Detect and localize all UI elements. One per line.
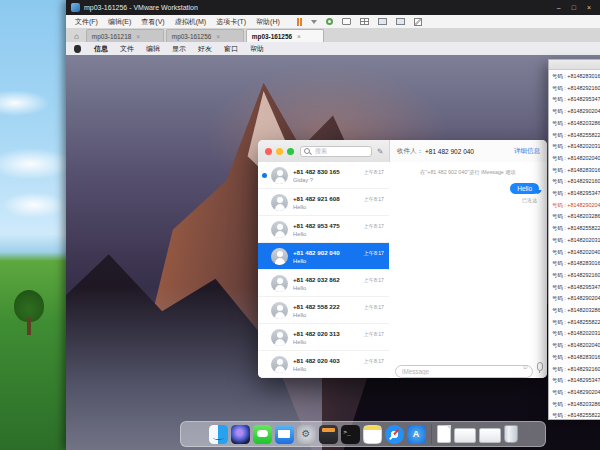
conversation-row[interactable]: +81 482 830 165 上午8:17 Giday ? xyxy=(258,162,389,189)
dock-trash-icon[interactable] xyxy=(504,425,518,443)
log-row: 号码 : +81482830165 xyxy=(552,258,600,270)
conversation-preview: Hello xyxy=(293,312,386,318)
messages-toolbar: ✎ 收件人： +81 482 902 040 详细信息 xyxy=(258,140,547,163)
window-title: mp03-161256 - VMware Workstation xyxy=(84,4,198,11)
to-value[interactable]: +81 482 902 040 xyxy=(425,148,474,155)
messages-window: ✎ 收件人： +81 482 902 040 详细信息 xyxy=(258,140,547,378)
to-field-row: 收件人： +81 482 902 040 详细信息 xyxy=(389,140,547,162)
messages-toolbar-left: ✎ xyxy=(258,140,389,162)
message-input-row: ☺ xyxy=(395,360,543,373)
pause-button[interactable] xyxy=(297,18,302,26)
log-row: 号码 : +81482558222 xyxy=(552,130,600,142)
log-window-titlebar[interactable] xyxy=(549,60,600,70)
conversation-row[interactable]: +81 482 032 862 上午8:17 Hello xyxy=(258,270,389,297)
menu-item[interactable]: 编辑(E) xyxy=(103,17,136,27)
conversation-time: 上午8:17 xyxy=(364,331,386,338)
power-button[interactable] xyxy=(326,18,333,25)
snapshot-manager-button[interactable] xyxy=(360,18,369,25)
log-row: 号码 : +81482830165 xyxy=(552,352,600,364)
macos-menu-item[interactable]: 编辑 xyxy=(140,44,166,54)
menu-item[interactable]: 选项卡(T) xyxy=(211,17,251,27)
dock-mail-icon[interactable] xyxy=(275,425,294,444)
sent-message-bubble: Hello xyxy=(510,183,539,194)
conversation-time: 上午8:17 xyxy=(364,169,386,176)
dock-notes-icon[interactable] xyxy=(363,425,382,444)
apple-menu-icon[interactable] xyxy=(74,45,81,53)
macos-menu-item[interactable]: 帮助 xyxy=(244,44,270,54)
cloud xyxy=(2,192,66,218)
search-box[interactable] xyxy=(300,146,372,157)
console-view-button[interactable] xyxy=(378,18,387,25)
dock-safari-icon[interactable] xyxy=(385,425,404,444)
macos-menu-item[interactable]: 文件 xyxy=(114,44,140,54)
conversation-row[interactable]: +81 482 953 475 上午8:17 Hello xyxy=(258,216,389,243)
tab-close-icon[interactable]: × xyxy=(297,33,301,40)
emoji-picker-icon[interactable]: ☺ xyxy=(522,363,529,371)
vm-tab[interactable]: mp03-161256 × xyxy=(166,29,244,42)
dictation-mic-icon[interactable] xyxy=(537,362,543,371)
unread-dot xyxy=(262,173,267,178)
avatar xyxy=(271,329,288,346)
log-row: 号码 : +81482921608 xyxy=(552,83,600,95)
conversation-preview: Hello xyxy=(293,339,386,345)
message-input[interactable] xyxy=(395,365,533,378)
avatar xyxy=(271,221,288,238)
conversation-row[interactable]: +81 482 921 608 上午8:17 Hello xyxy=(258,189,389,216)
maximize-button[interactable]: □ xyxy=(572,0,576,15)
conversation-row[interactable]: +81 482 020 313 上午8:17 Hello xyxy=(258,324,389,351)
compose-button[interactable]: ✎ xyxy=(377,147,383,156)
conversation-time: 上午8:17 xyxy=(364,250,386,257)
conversation-number: +81 482 953 475 xyxy=(293,222,340,229)
home-tab-icon[interactable]: ⌂ xyxy=(69,32,84,42)
dock-minimized-window-icon[interactable] xyxy=(454,428,476,443)
macos-menubar: 信息文件编辑显示好友窗口帮助 xyxy=(66,42,600,55)
log-row: 号码 : +81482902040 xyxy=(552,200,600,212)
dock-messages-icon[interactable] xyxy=(253,425,272,444)
vmware-titlebar[interactable]: mp03-161256 - VMware Workstation –□× xyxy=(66,0,600,15)
dock-calculator-icon[interactable] xyxy=(319,425,338,444)
dock-minimized-window-icon-2[interactable] xyxy=(479,428,501,443)
menu-item[interactable]: 帮助(H) xyxy=(251,17,285,27)
macos-menu-item[interactable]: 好友 xyxy=(192,44,218,54)
macos-menu-item[interactable]: 显示 xyxy=(166,44,192,54)
menu-item[interactable]: 虚拟机(M) xyxy=(170,17,212,27)
fullscreen-button[interactable] xyxy=(414,18,422,26)
conversation-time: 上午8:17 xyxy=(364,358,386,365)
avatar xyxy=(271,248,288,265)
minimize-window-button[interactable] xyxy=(276,148,283,155)
conversation-number: +81 482 921 608 xyxy=(293,195,340,202)
pause-menu-caret[interactable] xyxy=(311,20,317,24)
conversation-row[interactable]: +81 482 558 222 上午8:17 Hello xyxy=(258,297,389,324)
log-row: 号码 : +81482020313 xyxy=(552,328,600,340)
dock-document-icon[interactable] xyxy=(437,425,451,443)
macos-menu-item[interactable]: 信息 xyxy=(88,44,114,54)
dock-terminal-icon[interactable] xyxy=(341,425,360,444)
vm-tab[interactable]: mp03-161256 × xyxy=(246,29,324,42)
zoom-window-button[interactable] xyxy=(287,148,294,155)
menu-item[interactable]: 文件(F) xyxy=(70,17,103,27)
macos-menu-item[interactable]: 窗口 xyxy=(218,44,244,54)
avatar xyxy=(271,356,288,373)
dock-appstore-icon[interactable] xyxy=(407,425,426,444)
dock-settings-icon[interactable] xyxy=(297,425,316,444)
vmware-logo-icon xyxy=(71,3,80,12)
conversation-number: +81 482 020 313 xyxy=(293,330,340,337)
close-button[interactable]: × xyxy=(587,0,591,15)
close-window-button[interactable] xyxy=(265,148,272,155)
tab-close-icon[interactable]: × xyxy=(136,33,140,40)
conversation-preview: Hello xyxy=(293,231,386,237)
conversation-row[interactable]: +81 482 020 403 上午8:17 Hello xyxy=(258,351,389,378)
search-input[interactable] xyxy=(313,147,368,155)
unity-view-button[interactable] xyxy=(396,18,405,25)
snapshot-button[interactable] xyxy=(342,18,351,25)
menu-item[interactable]: 查看(V) xyxy=(136,17,169,27)
tab-close-icon[interactable]: × xyxy=(216,33,220,40)
minimize-button[interactable]: – xyxy=(557,0,561,15)
dock-siri-icon[interactable] xyxy=(231,425,250,444)
conversation-number: +81 482 032 862 xyxy=(293,276,340,283)
dock-finder-icon[interactable] xyxy=(209,425,228,444)
vm-tab[interactable]: mp03-161218 × xyxy=(86,29,164,42)
details-link[interactable]: 详细信息 xyxy=(514,147,540,156)
conversation-row[interactable]: +81 482 902 040 上午8:17 Hello xyxy=(258,243,389,270)
conversation-number: +81 482 558 222 xyxy=(293,303,340,310)
